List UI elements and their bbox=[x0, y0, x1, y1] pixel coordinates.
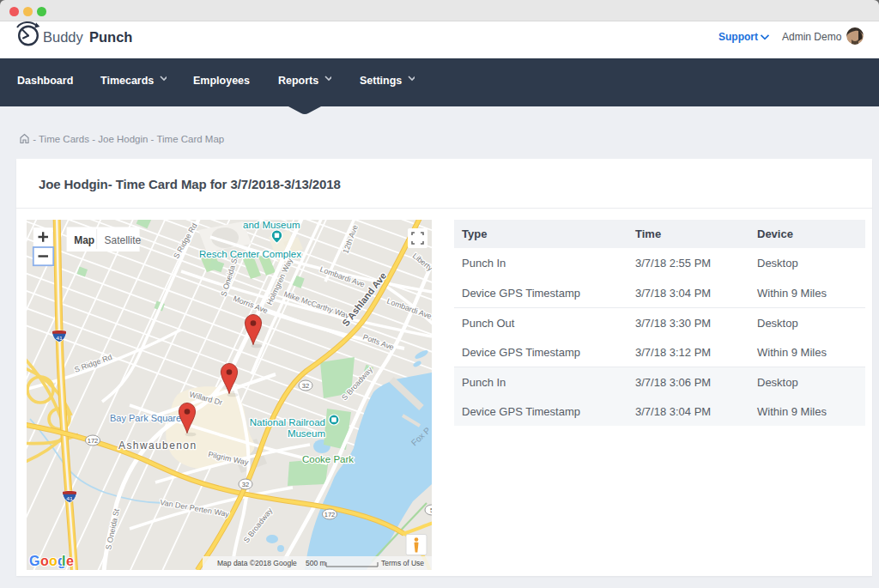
svg-text:500 m: 500 m bbox=[306, 559, 326, 567]
svg-text:Resch Center Complex: Resch Center Complex bbox=[199, 249, 301, 259]
svg-text:Bay Park Square: Bay Park Square bbox=[110, 413, 181, 423]
svg-text:Satellite: Satellite bbox=[105, 234, 142, 246]
svg-text:Cooke Park: Cooke Park bbox=[302, 454, 354, 464]
svg-text:G: G bbox=[29, 554, 39, 568]
svg-text:32: 32 bbox=[302, 382, 309, 390]
svg-text:Museum: Museum bbox=[288, 428, 325, 439]
svg-text:172: 172 bbox=[324, 511, 336, 518]
svg-text:172: 172 bbox=[88, 437, 99, 445]
svg-text:Map: Map bbox=[74, 234, 94, 246]
svg-text:Ashwaubenon: Ashwaubenon bbox=[118, 439, 197, 452]
svg-text:Map data ©2018 Google: Map data ©2018 Google bbox=[217, 559, 297, 567]
svg-text:l: l bbox=[62, 554, 65, 568]
svg-text:e: e bbox=[66, 554, 74, 568]
svg-text:5: 5 bbox=[430, 506, 432, 514]
svg-text:National Railroad: National Railroad bbox=[250, 417, 325, 427]
svg-text:Terms of Use: Terms of Use bbox=[381, 559, 424, 567]
svg-text:32: 32 bbox=[242, 481, 249, 488]
svg-text:o: o bbox=[49, 554, 58, 568]
svg-text:and Museum: and Museum bbox=[243, 220, 300, 230]
svg-text:o: o bbox=[40, 554, 49, 568]
svg-text:41: 41 bbox=[66, 495, 73, 501]
svg-text:41: 41 bbox=[56, 335, 63, 341]
